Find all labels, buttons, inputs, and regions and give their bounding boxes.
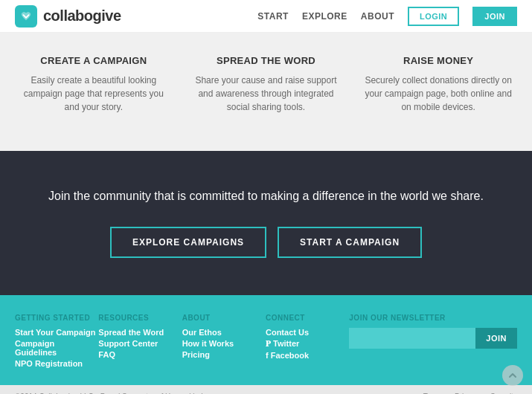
footer-resources: RESOURCES Spread the Word Support Center… [98, 314, 182, 370]
feature-create-title: CREATE A CAMPAIGN [16, 55, 172, 66]
footer-link-support-center[interactable]: Support Center [98, 339, 182, 348]
footer-link-campaign-guidelines[interactable]: Campaign Guidelines [15, 339, 98, 357]
logo-icon [15, 5, 37, 28]
footer-newsletter: JOIN OUR NEWSLETTER JOIN [349, 314, 517, 370]
logo-area: collabogive [15, 5, 121, 28]
footer-resources-title: RESOURCES [98, 314, 182, 322]
feature-raise: RAISE MONEY Securely collect donations d… [360, 55, 516, 114]
nav-start[interactable]: START [257, 11, 289, 22]
feature-spread-desc: Share your cause and raise support and a… [188, 74, 344, 114]
cta-buttons: EXPLORE CAMPAIGNS START A CAMPAIGN [22, 227, 510, 258]
nav-explore[interactable]: EXPLORE [302, 11, 347, 22]
footer-link-our-ethos[interactable]: Our Ethos [182, 328, 266, 337]
footer-link-facebook[interactable]: f Facebook [266, 351, 349, 360]
feature-create-desc: Easily create a beautiful looking campai… [16, 74, 172, 114]
footer-connect: CONNECT Contact Us 𝐏 Twitter f Facebook [266, 314, 349, 370]
footer-link-faq[interactable]: FAQ [98, 350, 182, 359]
newsletter-form: JOIN [349, 328, 517, 349]
footer-link-how-it-works[interactable]: How it Works [182, 339, 266, 348]
bottom-wrapper: ©2014 Collabogive LLC - Proud Supporter … [0, 385, 532, 394]
feature-create: CREATE A CAMPAIGN Easily create a beauti… [16, 55, 172, 114]
bottom-footer: ©2014 Collabogive LLC - Proud Supporter … [0, 385, 532, 394]
newsletter-input[interactable] [349, 328, 475, 349]
footer-link-start-campaign[interactable]: Start Your Campaign [15, 328, 98, 337]
footer-link-spread-word[interactable]: Spread the Word [98, 328, 182, 337]
footer-about-title: ABOUT [182, 314, 266, 322]
footer-about: ABOUT Our Ethos How it Works Pricing [182, 314, 266, 370]
feature-raise-title: RAISE MONEY [360, 55, 516, 66]
feature-spread: SPREAD THE WORD Share your cause and rai… [188, 55, 344, 114]
explore-campaigns-button[interactable]: EXPLORE CAMPAIGNS [110, 227, 266, 258]
start-campaign-button[interactable]: START A CAMPAIGN [278, 227, 422, 258]
nav-about[interactable]: ABOUT [361, 11, 394, 22]
footer-getting-started: GETTING STARTED Start Your Campaign Camp… [15, 314, 98, 370]
login-button[interactable]: LOGIN [408, 7, 459, 26]
footer-links-section: GETTING STARTED Start Your Campaign Camp… [0, 295, 532, 385]
feature-raise-desc: Securely collect donations directly on y… [360, 74, 516, 114]
footer-link-pricing[interactable]: Pricing [182, 350, 266, 359]
join-button[interactable]: JOIN [472, 7, 517, 26]
footer-link-twitter[interactable]: 𝐏 Twitter [266, 339, 349, 349]
features-section: CREATE A CAMPAIGN Easily create a beauti… [0, 33, 532, 151]
feature-spread-title: SPREAD THE WORD [188, 55, 344, 66]
main-nav: START EXPLORE ABOUT LOGIN JOIN [257, 7, 517, 26]
footer-connect-title: CONNECT [266, 314, 349, 322]
footer-link-npo-registration[interactable]: NPO Registration [15, 359, 98, 368]
footer-getting-started-title: GETTING STARTED [15, 314, 98, 322]
newsletter-title: JOIN OUR NEWSLETTER [349, 314, 517, 322]
footer-link-contact-us[interactable]: Contact Us [266, 328, 349, 337]
newsletter-submit-button[interactable]: JOIN [475, 328, 517, 349]
cta-headline: Join the community that is committed to … [22, 188, 510, 204]
header: collabogive START EXPLORE ABOUT LOGIN JO… [0, 0, 532, 33]
cta-section: Join the community that is committed to … [0, 151, 532, 295]
logo-text: collabogive [43, 7, 121, 25]
